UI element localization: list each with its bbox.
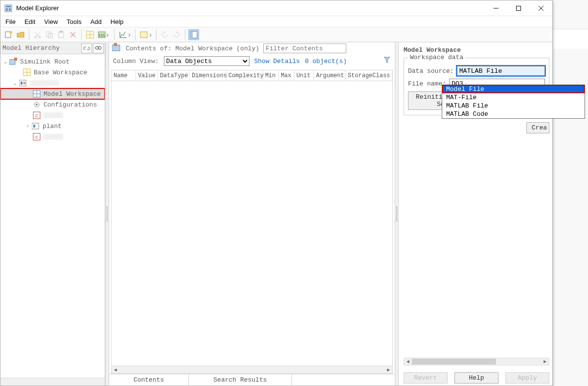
tree-row-configurations[interactable]: Configurations	[0, 99, 105, 110]
maximize-button[interactable]	[507, 0, 530, 16]
scroll-right-icon[interactable]: ►	[384, 366, 392, 374]
tab-search-results[interactable]: Search Results	[189, 374, 292, 386]
table-hscroll[interactable]: ◄ ►	[112, 365, 392, 373]
create-button[interactable]: Crea	[526, 122, 549, 133]
vertical-splitter-right[interactable]	[395, 43, 399, 386]
revert-button[interactable]: Revert	[404, 372, 448, 384]
col-min[interactable]: Min	[263, 70, 279, 81]
base-workspace-tree-icon	[23, 68, 31, 76]
svg-point-26	[95, 46, 98, 49]
tree-row-model[interactable]: ⌄	[0, 78, 105, 88]
svg-point-27	[98, 46, 101, 49]
tree-label-obscured	[44, 134, 63, 140]
workspace-data-legend: Workspace data	[408, 54, 465, 61]
menu-help[interactable]: Help	[111, 18, 124, 25]
scroll-left-icon[interactable]: ◄	[404, 358, 412, 365]
col-datatype[interactable]: DataType	[158, 70, 190, 81]
cut-icon[interactable]	[32, 29, 43, 40]
copy-icon[interactable]	[44, 29, 55, 40]
close-button[interactable]	[530, 0, 552, 16]
dropdown-option-model-file[interactable]: Model File	[442, 85, 585, 93]
dropdown-option-matlab-file[interactable]: MATLAB File	[442, 102, 585, 110]
data-source-label: Data source:	[408, 67, 454, 75]
svg-point-39	[36, 104, 38, 106]
file-name-label: File name:	[408, 80, 446, 87]
menu-tools[interactable]: Tools	[67, 18, 81, 25]
col-name[interactable]: Name	[112, 70, 136, 81]
contents-panel: Contents of: Model Workspace (only) Colu…	[109, 43, 395, 386]
left-panel-title: Model Hierarchy	[2, 44, 60, 52]
svg-rect-3	[9, 8, 11, 11]
col-dimensions[interactable]: Dimensions	[190, 70, 226, 81]
model-workspace-icon[interactable]: 101	[96, 29, 111, 40]
minimize-button[interactable]	[485, 0, 507, 16]
help-button[interactable]: Help	[454, 372, 498, 384]
svg-text:C: C	[35, 114, 38, 119]
titlebar: Model Explorer	[0, 0, 552, 16]
tree-row-plant[interactable]: › plant	[0, 121, 105, 131]
col-unit[interactable]: Unit	[294, 70, 314, 81]
apply-button[interactable]: Apply	[505, 372, 549, 384]
dialog-hscroll[interactable]: ◄ ►	[404, 358, 549, 365]
tree-label: Base Workspace	[34, 69, 87, 76]
base-workspace-icon[interactable]	[85, 29, 95, 40]
filter-contents-input[interactable]	[263, 43, 346, 53]
data-source-select[interactable]	[457, 66, 545, 76]
scroll-left-icon[interactable]: ◄	[112, 366, 119, 374]
contents-table: Name Value DataType Dimensions Complexit…	[111, 70, 393, 374]
column-view-select[interactable]: Data Objects	[164, 56, 249, 66]
tree-row-root[interactable]: ⌄ Simulink Root	[0, 56, 105, 67]
col-storage[interactable]: StorageClass	[346, 70, 392, 81]
col-argument[interactable]: Argument	[314, 70, 346, 81]
tree-row-model-workspace[interactable]: Model Workspace	[0, 88, 105, 99]
tree-label: Configurations	[44, 101, 97, 108]
tab-contents[interactable]: Contents	[109, 374, 189, 386]
paste-icon[interactable]	[56, 29, 67, 40]
contents-icon	[112, 43, 122, 54]
contents-subject: Model Workspace (only)	[176, 45, 260, 52]
data-source-dropdown[interactable]: Model File MAT-File MATLAB File MATLAB C…	[442, 85, 585, 119]
col-max[interactable]: Max	[279, 70, 294, 81]
plot-icon[interactable]	[117, 29, 132, 40]
show-details-link[interactable]: Show Details	[254, 58, 300, 65]
sync-back-icon[interactable]	[159, 29, 170, 40]
delete-icon[interactable]	[68, 29, 78, 40]
col-complexity[interactable]: Complexity	[226, 70, 263, 81]
model-workspace-tree-icon	[33, 90, 41, 98]
col-value[interactable]: Value	[136, 70, 158, 81]
svg-rect-15	[60, 31, 63, 33]
svg-rect-34	[21, 82, 23, 85]
tree-row-code2[interactable]: C	[0, 131, 105, 142]
menu-view[interactable]: View	[44, 18, 58, 25]
tree-row-code[interactable]: C	[0, 110, 105, 121]
menu-edit[interactable]: Edit	[24, 18, 35, 25]
sync-forward-icon[interactable]	[171, 29, 182, 40]
dropdown-option-mat-file[interactable]: MAT-File	[442, 93, 585, 102]
menu-file[interactable]: File	[5, 18, 16, 25]
object-count: 0 object(s)	[305, 58, 347, 65]
model-tree-icon	[19, 79, 27, 87]
filter-funnel-icon[interactable]	[383, 56, 391, 66]
svg-rect-43	[33, 125, 35, 128]
expand-icon[interactable]: ⌄	[12, 80, 18, 86]
model-hierarchy-tree: ⌄ Simulink Root Base Workspace ⌄	[0, 54, 105, 378]
left-panel-hscroll[interactable]	[0, 378, 105, 386]
view-mode-icon[interactable]	[188, 29, 199, 40]
open-icon[interactable]	[15, 29, 26, 40]
expand-icon[interactable]: ⌄	[2, 59, 8, 64]
new-model-icon[interactable]	[3, 29, 14, 40]
mask-icon[interactable]	[93, 43, 104, 53]
add-config-icon[interactable]	[138, 29, 153, 40]
app-icon	[4, 4, 12, 12]
expand-icon[interactable]: ›	[25, 124, 31, 129]
link-icon[interactable]	[81, 43, 92, 53]
svg-text:101: 101	[98, 33, 105, 38]
table-body	[112, 81, 392, 365]
vertical-splitter-left[interactable]	[105, 43, 109, 386]
tree-label: Model Workspace	[44, 90, 101, 98]
tree-row-base-workspace[interactable]: Base Workspace	[0, 67, 105, 78]
tree-label-obscured	[44, 112, 63, 118]
scroll-right-icon[interactable]: ►	[541, 358, 549, 365]
dropdown-option-matlab-code[interactable]: MATLAB Code	[442, 110, 585, 118]
menu-add[interactable]: Add	[90, 18, 102, 25]
